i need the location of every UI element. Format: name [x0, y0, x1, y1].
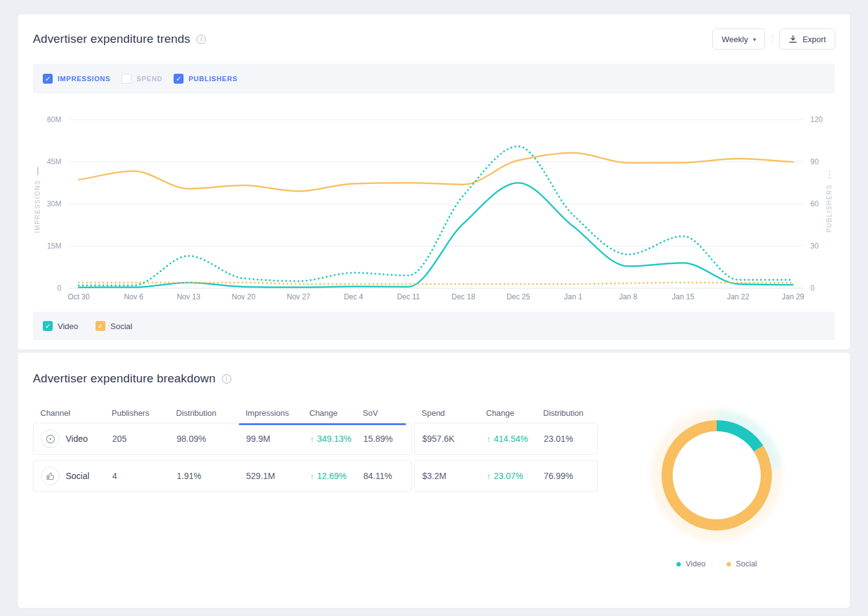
trends-card: Advertiser expenditure trends i Weekly ▾…	[17, 14, 851, 350]
arrow-up-icon: ↑	[310, 434, 314, 444]
arrow-up-icon: ↑	[487, 434, 491, 444]
svg-text:Jan 29: Jan 29	[782, 293, 804, 301]
series-video-publishers	[79, 146, 793, 285]
channel-toggle-video[interactable]: ✓ Video	[43, 321, 78, 331]
publishers-value: 205	[112, 434, 177, 444]
svg-text:Nov 27: Nov 27	[286, 293, 310, 301]
metric-toggle-label: PUBLISHERS	[188, 75, 237, 82]
checkbox-unchecked-icon	[122, 74, 131, 84]
breakdown-card: Advertiser expenditure breakdown i Chann…	[17, 352, 851, 609]
impressions-change-value: ↑ 349.13%	[310, 434, 363, 444]
table-row-video: Video 205 98.09% 99.9M ↑ 349.13% 15.89% …	[33, 423, 598, 455]
svg-text:Dec 25: Dec 25	[507, 293, 530, 301]
col-publishers[interactable]: Publishers	[112, 408, 176, 418]
impressions-value: 529.1M	[246, 471, 310, 481]
breakdown-table: Channel Publishers Distribution Impressi…	[33, 405, 598, 568]
donut-hole	[673, 431, 761, 519]
svg-text:0: 0	[810, 284, 815, 293]
col-publishers-distribution[interactable]: Distribution	[176, 408, 246, 418]
chevron-down-icon: ▾	[753, 36, 756, 43]
svg-text:Dec 11: Dec 11	[397, 293, 420, 301]
trends-title: Advertiser expenditure trends	[33, 32, 190, 46]
svg-text:0: 0	[57, 284, 61, 293]
spend-distribution-value: 76.99%	[544, 471, 598, 481]
checkbox-checked-icon: ✓	[95, 321, 105, 331]
trends-controls: Weekly ▾ Export	[712, 29, 835, 50]
svg-text:Jan 1: Jan 1	[564, 293, 583, 301]
breakdown-title: Advertiser expenditure breakdown	[33, 372, 216, 385]
breakdown-body: Channel Publishers Distribution Impressi…	[33, 405, 835, 568]
metric-toggle-publishers[interactable]: ✓ PUBLISHERS	[174, 74, 237, 84]
thumb-up-icon	[41, 467, 60, 485]
dotted-line-indicator	[829, 171, 830, 180]
table-row-social: Social 4 1.91% 529.1M ↑ 12.69% 84.11% $3…	[33, 460, 598, 492]
svg-text:60M: 60M	[47, 115, 61, 124]
channel-name: Video	[66, 434, 88, 444]
arrow-up-icon: ↑	[487, 472, 491, 481]
spend-value: $957.6K	[422, 434, 487, 444]
spend-distribution-value: 23.01%	[544, 434, 598, 444]
metric-filter-bar: ✓ IMPRESSIONS SPEND ✓ PUBLISHERS	[33, 64, 835, 94]
svg-text:30: 30	[810, 242, 819, 250]
download-icon	[789, 35, 797, 43]
svg-text:15M: 15M	[47, 242, 61, 250]
video-color-dot	[676, 562, 681, 566]
col-spend[interactable]: Spend	[422, 408, 486, 418]
right-axis-title: PUBLISHERS	[826, 171, 833, 232]
checkbox-checked-icon: ✓	[174, 74, 184, 84]
share-donut-area: Video Social	[598, 405, 835, 568]
metric-toggle-label: SPEND	[136, 75, 162, 82]
trends-chart[interactable]: 0015M3030M6045M9060M120Oct 30Nov 6Nov 13…	[33, 112, 835, 306]
spend-change-value: ↑ 414.54%	[487, 434, 544, 444]
donut-legend: Video Social	[676, 560, 757, 568]
svg-text:Dec 4: Dec 4	[343, 293, 363, 301]
svg-text:60: 60	[810, 200, 819, 208]
svg-text:Nov 20: Nov 20	[232, 293, 255, 301]
svg-text:Jan 8: Jan 8	[619, 293, 638, 301]
period-select[interactable]: Weekly ▾	[712, 29, 765, 50]
publishers-value: 4	[112, 471, 177, 481]
impressions-change-value: ↑ 12.69%	[310, 471, 363, 481]
col-impressions[interactable]: Impressions	[246, 408, 309, 418]
left-axis-title: IMPRESSIONS	[34, 167, 41, 233]
checkbox-checked-icon: ✓	[43, 74, 53, 84]
info-icon[interactable]: i	[222, 374, 231, 384]
social-color-dot	[727, 562, 731, 566]
spend-value: $3.2M	[422, 471, 487, 481]
breakdown-card-header: Advertiser expenditure breakdown i	[33, 367, 835, 390]
export-button[interactable]: Export	[779, 29, 835, 50]
svg-text:Nov 13: Nov 13	[177, 293, 200, 301]
col-spend-change[interactable]: Change	[486, 408, 543, 418]
metric-toggle-spend[interactable]: SPEND	[122, 74, 162, 84]
donut-legend-item-video[interactable]: Video	[676, 560, 706, 568]
svg-text:45M: 45M	[47, 157, 61, 166]
solid-line-indicator	[37, 167, 38, 175]
col-spend-distribution[interactable]: Distribution	[543, 408, 598, 418]
arrow-up-icon: ↑	[310, 472, 314, 481]
video-play-icon	[41, 429, 60, 448]
svg-text:120: 120	[810, 115, 823, 124]
sov-value: 15.89%	[363, 434, 412, 444]
channel-toggle-social[interactable]: ✓ Social	[95, 321, 132, 331]
impressions-value: 99.9M	[246, 434, 310, 444]
svg-text:Jan 22: Jan 22	[727, 293, 749, 301]
col-impressions-change[interactable]: Change	[309, 408, 363, 418]
export-label: Export	[802, 35, 826, 44]
svg-text:Oct 30: Oct 30	[68, 293, 90, 301]
series-video-impressions	[79, 183, 793, 288]
publishers-distribution-value: 98.09%	[177, 434, 246, 444]
trend-line-chart: 0015M3030M6045M9060M120Oct 30Nov 6Nov 13…	[33, 112, 836, 306]
svg-text:Jan 15: Jan 15	[672, 293, 694, 301]
col-sov[interactable]: SoV	[363, 408, 412, 418]
share-donut-chart[interactable]	[651, 410, 782, 541]
donut-legend-item-social[interactable]: Social	[727, 560, 757, 568]
svg-text:90: 90	[810, 157, 819, 166]
metric-toggle-impressions[interactable]: ✓ IMPRESSIONS	[43, 74, 110, 84]
trends-card-header: Advertiser expenditure trends i Weekly ▾…	[33, 28, 835, 50]
svg-text:Dec 18: Dec 18	[451, 293, 475, 301]
info-icon[interactable]: i	[197, 35, 206, 44]
table-header: Channel Publishers Distribution Impressi…	[33, 405, 598, 418]
channel-legend-bar: ✓ Video ✓ Social	[33, 312, 835, 340]
period-select-value: Weekly	[722, 35, 748, 44]
sov-value: 84.11%	[363, 471, 412, 481]
